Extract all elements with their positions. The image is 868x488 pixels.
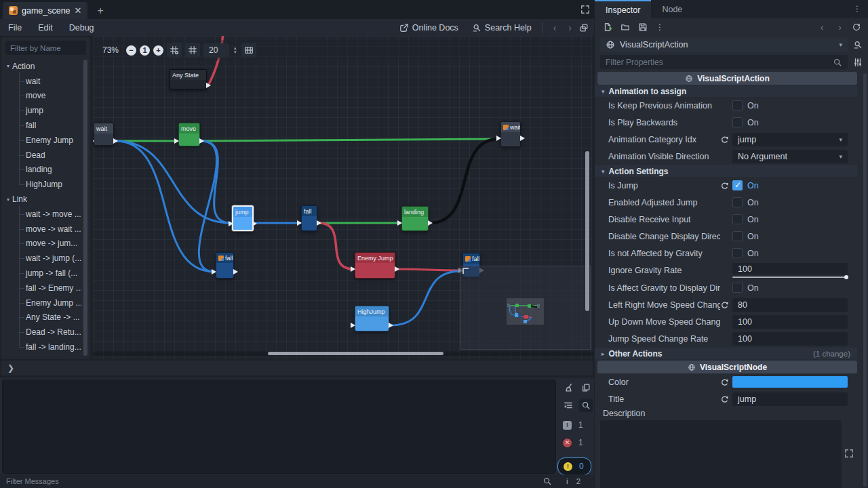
- snap-distance-field[interactable]: 20: [203, 43, 229, 58]
- sidebar-item-wait[interactable]: wait: [1, 74, 81, 89]
- menu-file[interactable]: File: [0, 23, 30, 33]
- dropdown-animation-visible-direction[interactable]: No Argument▾: [732, 150, 848, 163]
- input-port[interactable]: [174, 138, 179, 144]
- graph-node-fall-1[interactable]: fall: [216, 252, 234, 279]
- search-output-button[interactable]: [579, 399, 593, 412]
- info-counter[interactable]: i 2: [561, 474, 594, 488]
- filter-by-name-input[interactable]: Filter by Name: [5, 41, 86, 55]
- output-port[interactable]: [252, 221, 257, 226]
- clear-output-button[interactable]: [561, 381, 575, 394]
- snap-toggle-button[interactable]: [185, 43, 200, 58]
- output-port[interactable]: [428, 220, 433, 226]
- input-port[interactable]: [351, 266, 355, 272]
- tree-parent-action[interactable]: ▾Action: [1, 59, 81, 74]
- sidebar-item-fall-enemy-[interactable]: fall -> Enemy ...: [1, 281, 81, 296]
- inspector-scrollbar[interactable]: [863, 73, 867, 487]
- checkbox[interactable]: [732, 231, 743, 241]
- value-field[interactable]: jump: [732, 392, 848, 406]
- history-forward-button[interactable]: ›: [564, 22, 576, 33]
- input-port[interactable]: [229, 221, 233, 226]
- checkbox[interactable]: [732, 214, 743, 224]
- output-console[interactable]: [2, 380, 556, 474]
- filter-messages-input[interactable]: Filter Messages: [0, 477, 59, 485]
- sidebar-item-wait-jump-[interactable]: wait -> jump (...: [1, 251, 81, 266]
- checkbox[interactable]: [732, 197, 743, 207]
- output-port[interactable]: [317, 220, 321, 226]
- graph-node-move[interactable]: move: [178, 123, 200, 146]
- state-machine-graph[interactable]: Any StatewaitmovejumpfallfallEnemy Jumpl…: [93, 36, 593, 359]
- sidebar-item-fall[interactable]: fall: [1, 118, 81, 133]
- checkbox-checked[interactable]: [732, 180, 743, 190]
- sidebar-item-move-jum-[interactable]: move -> jum...: [1, 237, 81, 251]
- checkbox[interactable]: [732, 117, 743, 127]
- new-resource-icon[interactable]: [603, 22, 612, 32]
- input-port[interactable]: [297, 220, 302, 226]
- filter-properties-input[interactable]: Filter Properties: [600, 55, 848, 69]
- sidebar-item-landing[interactable]: landing: [1, 163, 81, 178]
- graph-node-any-state[interactable]: Any State: [170, 69, 207, 89]
- sidebar-item-dead-retu-[interactable]: Dead -> Retu...: [1, 325, 81, 340]
- graph-vscroll-thumb[interactable]: [585, 151, 589, 311]
- make-floating-icon[interactable]: [579, 23, 589, 33]
- section-other-actions[interactable]: ▸Other Actions(1 change): [595, 348, 857, 359]
- property-tools-icon[interactable]: [853, 58, 863, 67]
- save-resource-icon[interactable]: [638, 22, 648, 32]
- inspector-back-button[interactable]: ‹: [816, 22, 829, 33]
- snap-settings-button[interactable]: [167, 43, 182, 58]
- section-action-settings[interactable]: ▾Action Settings: [595, 165, 857, 177]
- checkbox[interactable]: [732, 100, 743, 110]
- output-port[interactable]: [389, 323, 393, 328]
- resource-extra-options-icon[interactable]: ⋮: [656, 22, 664, 32]
- collapse-messages-button[interactable]: [561, 399, 575, 412]
- history-back-button[interactable]: ‹: [549, 22, 561, 33]
- sidebar-item-highjump[interactable]: HighJump: [1, 177, 81, 192]
- output-port[interactable]: [233, 269, 238, 274]
- sidebar-item-move-wait-[interactable]: move -> wait ...: [1, 222, 81, 237]
- graph-node-jump[interactable]: jump: [232, 205, 254, 231]
- sidebar-item-jump-fall-[interactable]: jump -> fall (...: [1, 266, 81, 281]
- slider-track[interactable]: [732, 277, 848, 278]
- zoom-in-button[interactable]: +: [153, 45, 163, 56]
- graph-node-wait-1[interactable]: wait: [94, 123, 114, 146]
- menu-debug[interactable]: Debug: [61, 23, 102, 33]
- output-port[interactable]: [395, 266, 399, 272]
- tab-inspector[interactable]: Inspector: [595, 0, 651, 18]
- value-field[interactable]: 80: [732, 298, 848, 312]
- tab-close-icon[interactable]: ✕: [75, 6, 82, 15]
- revert-icon[interactable]: [720, 135, 732, 144]
- graph-hscroll-thumb[interactable]: [268, 352, 443, 355]
- menu-edit[interactable]: Edit: [30, 23, 61, 33]
- input-port[interactable]: [397, 220, 402, 226]
- sidebar-item-jump[interactable]: jump: [1, 103, 81, 118]
- counter-deprecated[interactable]: !1: [557, 416, 593, 434]
- dock-options-icon[interactable]: ⋮: [853, 0, 868, 18]
- output-port[interactable]: [113, 138, 118, 144]
- edited-resource-dropdown[interactable]: VisualScriptAction ▾: [600, 37, 848, 52]
- section-animation-to-assign[interactable]: ▾Animation to assign: [595, 85, 857, 97]
- color-swatch[interactable]: [732, 376, 848, 388]
- revert-icon[interactable]: [720, 181, 732, 190]
- minimap-toggle-button[interactable]: [241, 43, 256, 58]
- revert-icon[interactable]: [720, 394, 732, 403]
- value-field[interactable]: 100: [732, 332, 848, 346]
- zoom-out-button[interactable]: −: [126, 45, 136, 56]
- dropdown-animation-category-idx[interactable]: jump▾: [732, 133, 848, 146]
- expand-bottom-panel-icon[interactable]: [580, 5, 590, 14]
- graph-node-fall-2[interactable]: fall: [301, 205, 317, 231]
- graph-node-landing[interactable]: landing: [401, 206, 429, 231]
- value-field[interactable]: 100: [732, 315, 848, 329]
- sidebar-item-move[interactable]: move: [1, 89, 81, 104]
- graph-node-wait-2[interactable]: wait: [500, 121, 521, 147]
- scene-tab[interactable]: game_scene ✕: [3, 2, 87, 19]
- tab-node[interactable]: Node: [651, 0, 693, 18]
- counter-warning[interactable]: !0: [557, 458, 591, 475]
- graph-hscrollbar[interactable]: [93, 351, 593, 356]
- zoom-reset-button[interactable]: 1: [140, 45, 150, 56]
- counter-error[interactable]: ✕1: [557, 434, 593, 451]
- sidebar-item-wait-move-[interactable]: wait -> move ...: [1, 207, 81, 222]
- output-port[interactable]: [520, 136, 525, 141]
- open-docs-icon[interactable]: [853, 40, 863, 49]
- input-port[interactable]: [93, 138, 94, 144]
- sidebar-item-dead[interactable]: Dead: [1, 148, 81, 163]
- online-docs-button[interactable]: Online Docs: [394, 23, 464, 33]
